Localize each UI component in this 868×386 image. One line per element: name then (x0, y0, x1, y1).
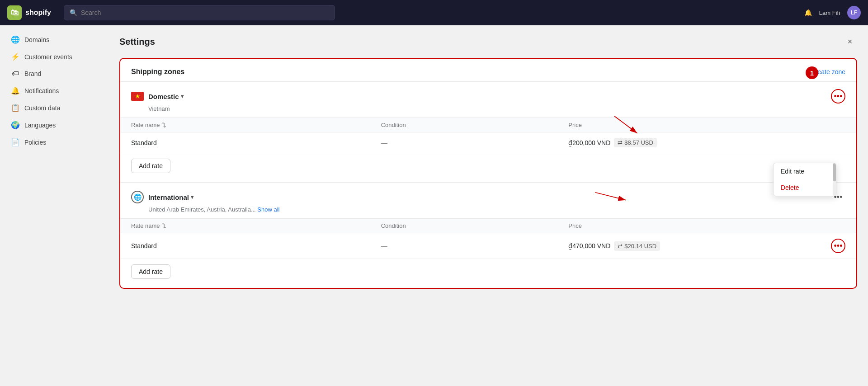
main-content: Settings × Shipping zones Create zon (108, 25, 868, 386)
brand-icon: 🏷 (11, 70, 20, 78)
domestic-rate-table-header: Rate name ⇅ Condition Price (120, 118, 856, 132)
rate-dropdown-popup: Edit rate Delete 2 (773, 163, 836, 196)
intl-currency-convert-icon: ⇄ (618, 243, 623, 249)
rate-name-sort-icon: ⇅ (161, 122, 166, 128)
languages-icon: 🌍 (11, 121, 20, 129)
intl-rate-condition: — (381, 242, 569, 249)
sidebar-label-customer-events: Customer events (24, 53, 72, 61)
intl-rate-actions: ••• (818, 239, 845, 253)
sidebar-item-policies[interactable]: 📄 Policies (4, 134, 105, 151)
sidebar-item-notifications[interactable]: 🔔 Notifications (4, 82, 105, 99)
search-bar[interactable]: 🔍 Search (64, 5, 335, 20)
domestic-chevron-icon: ▾ (181, 93, 184, 99)
domestic-zone-label: Domestic ▾ (148, 93, 184, 100)
logo-text: shopify (25, 9, 51, 17)
domestic-zone-header: Domestic ▾ 1 ••• (120, 82, 856, 105)
policies-icon: 📄 (11, 138, 20, 146)
intl-condition-header: Condition (381, 222, 569, 229)
intl-rate-more-button[interactable]: ••• (831, 239, 845, 253)
international-zone-name-row: 🌐 International ▾ (131, 191, 193, 203)
sidebar-label-notifications: Notifications (24, 87, 59, 94)
intl-price-header: Price (568, 222, 818, 229)
annotation-1: 1 (806, 66, 818, 79)
sidebar-item-domains[interactable]: 🌐 Domains (4, 31, 105, 48)
domestic-price-header: Price (568, 122, 818, 128)
page-title: Settings (119, 37, 155, 47)
domestic-add-rate-row: Add rate (120, 153, 856, 182)
international-add-rate-row: Add rate (120, 259, 856, 288)
dropdown-scrollbar[interactable] (833, 163, 836, 196)
sidebar-label-languages: Languages (24, 122, 56, 129)
logo: 🛍 shopify (7, 5, 51, 20)
edit-rate-item[interactable]: Edit rate (774, 163, 832, 179)
sidebar-item-languages[interactable]: 🌍 Languages (4, 117, 105, 133)
intl-rate-name-sort-icon: ⇅ (161, 222, 166, 229)
vietnam-flag (131, 92, 144, 101)
dropdown-scrollbar-thumb (833, 163, 836, 181)
delete-rate-item[interactable]: Delete (774, 179, 832, 196)
domestic-rate-row: Standard — ₫200,000 VND ⇄ $8.57 USD (120, 132, 856, 153)
domestic-rate-name-header: Rate name ⇅ (131, 122, 381, 128)
domestic-add-rate-button[interactable]: Add rate (131, 159, 170, 173)
logo-icon: 🛍 (7, 5, 22, 20)
card-title: Shipping zones (131, 68, 184, 76)
international-zone: 🌐 International ▾ ••• United Arab Emirat… (120, 182, 856, 288)
avatar: LF (847, 6, 861, 19)
domains-icon: 🌐 (11, 35, 20, 44)
intl-rate-price: ₫470,000 VND ⇄ $20.14 USD (568, 241, 818, 251)
sidebar-item-customer-events[interactable]: ⚡ Customer events (4, 48, 105, 65)
domestic-countries: Vietnam (120, 105, 856, 118)
search-placeholder: Search (81, 9, 101, 16)
topbar: 🛍 shopify 🔍 Search 🔔 Lam Fifi LF (0, 0, 868, 25)
page-header: Settings × (119, 34, 857, 49)
show-all-link[interactable]: Show all (257, 206, 279, 213)
close-button[interactable]: × (843, 34, 857, 49)
sidebar-label-brand: Brand (24, 70, 41, 77)
customer-events-icon: ⚡ (11, 52, 20, 61)
sidebar-label-custom-data: Custom data (24, 104, 60, 112)
globe-icon: 🌐 (131, 191, 144, 203)
international-zone-label: International ▾ (148, 193, 193, 201)
international-countries: United Arab Emirates, Austria, Australia… (120, 206, 856, 218)
international-chevron-icon: ▾ (191, 194, 193, 200)
notification-icon[interactable]: 🔔 (804, 9, 812, 16)
domestic-price-converted: ⇄ $8.57 USD (614, 138, 657, 147)
sidebar-item-brand[interactable]: 🏷 Brand (4, 66, 105, 82)
domestic-rate-condition: — (381, 139, 569, 146)
sidebar-label-policies: Policies (24, 139, 46, 146)
notifications-icon: 🔔 (11, 86, 20, 95)
card-header: Shipping zones Create zone (120, 59, 856, 81)
domestic-actions-header (818, 122, 845, 128)
domestic-more-button[interactable]: ••• (831, 89, 845, 104)
currency-convert-icon: ⇄ (618, 139, 623, 146)
international-add-rate-button[interactable]: Add rate (131, 264, 170, 279)
domestic-more-area: 1 ••• (831, 89, 845, 104)
international-rate-table-header: Rate name ⇅ Condition Price (120, 218, 856, 233)
search-icon: 🔍 (70, 9, 77, 16)
intl-rate-name-header: Rate name ⇅ (131, 222, 381, 229)
domestic-rate-name: Standard (131, 139, 381, 146)
page-wrapper: 🌐 Domains ⚡ Customer events 🏷 Brand 🔔 No… (0, 25, 868, 386)
sidebar: 🌐 Domains ⚡ Customer events 🏷 Brand 🔔 No… (0, 25, 108, 386)
international-zone-header: 🌐 International ▾ ••• (120, 183, 856, 206)
topbar-right: 🔔 Lam Fifi LF (804, 6, 861, 19)
domestic-zone-name-row: Domestic ▾ (131, 92, 184, 101)
international-rate-row: Standard — ₫470,000 VND ⇄ $20.14 USD ••• (120, 233, 856, 259)
domestic-zone: Domestic ▾ 1 ••• Vietnam Rate name (120, 81, 856, 182)
sidebar-label-domains: Domains (24, 36, 49, 43)
custom-data-icon: 📋 (11, 104, 20, 112)
intl-rate-name: Standard (131, 242, 381, 249)
sidebar-item-custom-data[interactable]: 📋 Custom data (4, 99, 105, 116)
intl-price-converted: ⇄ $20.14 USD (614, 241, 660, 251)
domestic-rate-price: ₫200,000 VND ⇄ $8.57 USD (568, 138, 818, 147)
shipping-zones-card: Shipping zones Create zone Domestic ▾ (119, 58, 857, 289)
user-name: Lam Fifi (819, 9, 840, 16)
intl-actions-header (818, 222, 845, 229)
domestic-condition-header: Condition (381, 122, 569, 128)
